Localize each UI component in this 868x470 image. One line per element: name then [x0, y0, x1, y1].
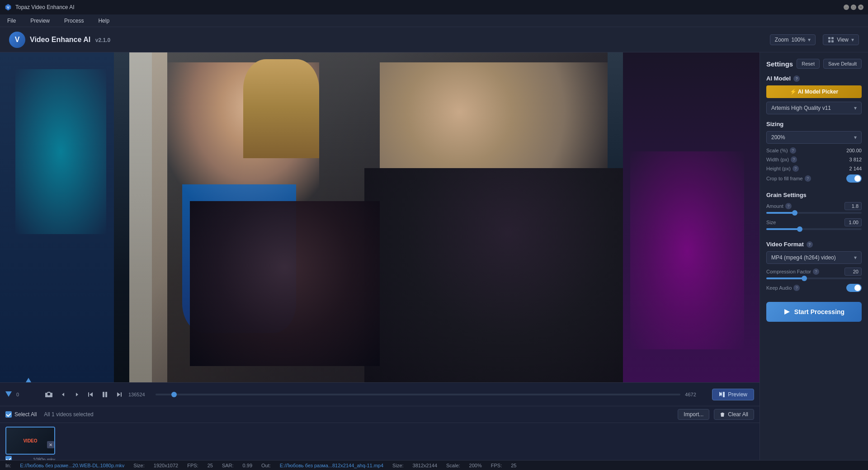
svg-rect-10 [723, 392, 725, 397]
close-button[interactable]: ✕ [858, 5, 863, 10]
amount-help-icon[interactable]: ? [785, 203, 792, 209]
menu-bar: File Preview Process Help [0, 14, 868, 27]
compression-slider-thumb [802, 276, 807, 281]
view-icon [828, 37, 834, 43]
video-area: 0 [0, 52, 760, 460]
video-format-section: Video Format ? MP4 (mpeg4 (h264) video) … [766, 241, 862, 292]
frame-end: 136524 [128, 392, 151, 397]
file-list-area: Select All All 1 videos selected Import.… [0, 406, 760, 460]
reset-button[interactable]: Reset [797, 59, 820, 69]
file-name: ...1080p.mkv [29, 457, 55, 461]
keep-audio-help-icon[interactable]: ? [793, 285, 800, 291]
height-value: 2 144 [849, 166, 862, 171]
menu-help[interactable]: Help [95, 16, 112, 26]
preview-button[interactable]: Preview [712, 389, 754, 400]
screenshot-button[interactable] [43, 390, 54, 400]
menu-process[interactable]: Process [61, 16, 86, 26]
status-out-file[interactable]: Е:/Любовь без разма...812x2144_ahq-11.mp… [280, 463, 383, 468]
minimize-button[interactable]: — [844, 5, 849, 10]
svg-text:V: V [7, 5, 9, 9]
status-out-label: Out: [261, 463, 271, 468]
svg-rect-3 [831, 37, 834, 39]
window-title: Topaz Video Enhance AI [15, 4, 75, 10]
compression-label: Compression Factor ? [766, 268, 819, 275]
status-in-file[interactable]: Е:/Любовь без разме...20.WEB-DL.1080p.mk… [20, 463, 124, 468]
ai-model-section: AI Model ? ⚡ AI Model Picker Artemis Hig… [766, 75, 862, 114]
crop-toggle[interactable] [846, 174, 862, 183]
mark-out-button[interactable] [72, 390, 81, 400]
amount-value: 1.8 [844, 202, 862, 210]
amount-row: Amount ? 1.8 [766, 202, 862, 210]
size-select[interactable]: 200% [766, 131, 862, 144]
crop-row: Crop to fill frame ? [766, 174, 862, 183]
compression-help-icon[interactable]: ? [813, 268, 819, 275]
video-format-label: Video Format ? [766, 241, 862, 248]
menu-file[interactable]: File [5, 16, 19, 26]
ai-model-picker-button[interactable]: ⚡ AI Model Picker [766, 85, 862, 98]
svg-rect-6 [88, 392, 89, 397]
menu-preview[interactable]: Preview [28, 16, 52, 26]
grain-size-label: Size [766, 220, 776, 225]
keep-audio-toggle-knob [854, 285, 861, 291]
settings-header: Settings Reset Save Default [766, 59, 862, 69]
keep-audio-toggle[interactable] [846, 284, 862, 292]
status-in-label: In: [5, 463, 11, 468]
compression-slider[interactable] [766, 277, 862, 279]
file-list-content: VIDEO ...1080p.mkv ✕ [0, 423, 760, 460]
format-select[interactable]: MP4 (mpeg4 (h264) video) [766, 251, 862, 264]
crop-help-icon[interactable]: ? [805, 175, 811, 182]
ai-model-label: AI Model ? [766, 75, 862, 82]
amount-slider[interactable] [766, 212, 862, 214]
mark-in-button[interactable] [59, 390, 68, 400]
list-item: VIDEO ...1080p.mkv ✕ [5, 427, 55, 456]
svg-rect-2 [828, 37, 830, 39]
svg-rect-4 [828, 40, 830, 42]
scale-help-icon[interactable]: ? [790, 147, 796, 154]
ai-model-help-icon[interactable]: ? [793, 75, 800, 82]
model-select[interactable]: Artemis High Quality v11 [766, 102, 862, 114]
width-help-icon[interactable]: ? [791, 156, 797, 163]
size-slider[interactable] [766, 228, 862, 230]
select-all-checkbox[interactable] [5, 411, 12, 418]
video-format-help-icon[interactable]: ? [807, 241, 813, 248]
playhead-marker [5, 391, 12, 398]
status-out-fps-value: 25 [511, 463, 516, 468]
file-thumbnail[interactable]: VIDEO [5, 427, 55, 455]
import-button[interactable]: Import... [678, 409, 709, 420]
status-bar: In: Е:/Любовь без разме...20.WEB-DL.1080… [0, 460, 868, 470]
svg-rect-9 [121, 392, 122, 397]
frame-start: 0 [16, 392, 39, 397]
view-button[interactable]: View [823, 34, 859, 45]
height-row: Height (px) ? 2 144 [766, 165, 862, 172]
timeline-track[interactable] [156, 394, 680, 395]
trash-icon [720, 412, 725, 417]
step-back-button[interactable] [86, 390, 96, 400]
video-preview [0, 52, 760, 382]
step-forward-button[interactable] [114, 390, 124, 400]
height-help-icon[interactable]: ? [793, 165, 799, 172]
status-fps-label: FPS: [187, 463, 198, 468]
status-size-label: Size: [133, 463, 144, 468]
scale-value: 200.00 [846, 148, 862, 153]
maximize-button[interactable]: □ [851, 5, 856, 10]
file-checkbox[interactable] [5, 456, 12, 460]
status-fps-value: 25 [208, 463, 213, 468]
start-processing-button[interactable]: Start Processing [766, 302, 862, 322]
settings-panel: Settings Reset Save Default AI Model ? ⚡… [760, 52, 868, 460]
sizing-section: Sizing 200% Scale (%) ? 200.00 Width (px… [766, 121, 862, 185]
status-sar-value: 0.99 [243, 463, 252, 468]
select-all-control[interactable]: Select All [5, 411, 37, 418]
status-out-size-value: 3812x2144 [413, 463, 437, 468]
clear-all-button[interactable]: Clear All [714, 409, 754, 420]
crop-toggle-knob [854, 175, 861, 182]
width-value: 3 812 [849, 157, 862, 162]
grain-size-value: 1.00 [844, 218, 862, 226]
grain-section: Grain Settings Amount ? 1.8 Size 1.00 [766, 192, 862, 235]
file-list-toolbar: Select All All 1 videos selected Import.… [0, 406, 760, 423]
app-logo: V Video Enhance AI v2.1.0 [9, 32, 110, 48]
zoom-control[interactable]: Zoom 100% [770, 34, 816, 45]
status-out-scale-label: Scale: [446, 463, 460, 468]
save-default-button[interactable]: Save Default [823, 59, 862, 69]
file-delete-button[interactable]: ✕ [47, 441, 54, 448]
pause-button[interactable] [100, 390, 109, 400]
